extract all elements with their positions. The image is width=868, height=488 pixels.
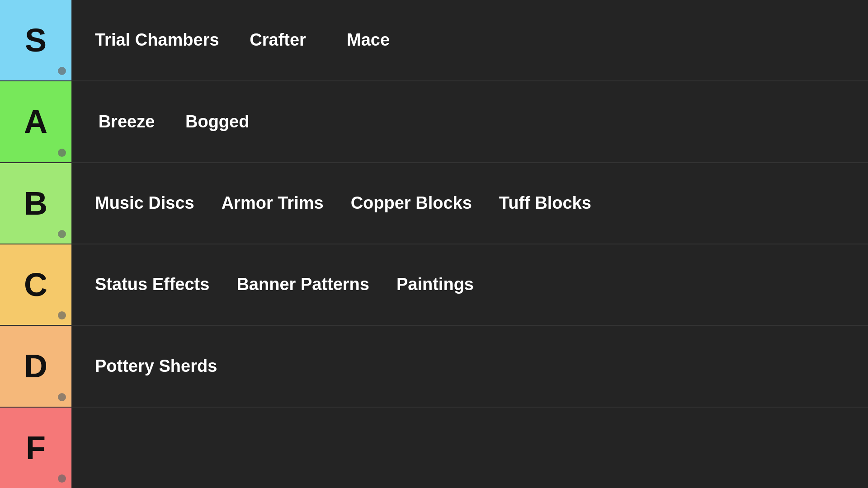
tier-dot <box>58 67 66 75</box>
tier-item[interactable]: Banner Patterns <box>223 270 383 300</box>
tier-letter-a: A <box>24 103 47 140</box>
tier-list: STrial ChambersCrafterMaceABreezeBoggedB… <box>0 0 868 488</box>
tier-content-f <box>72 408 868 488</box>
tier-item[interactable]: Mace <box>323 25 414 55</box>
tier-item[interactable]: Tuff Blocks <box>486 188 605 218</box>
tier-row-d: DPottery Sherds <box>0 326 868 407</box>
tier-letter-d: D <box>24 347 47 385</box>
tier-letter-b: B <box>24 185 47 222</box>
tier-letter-c: C <box>24 266 47 303</box>
tier-item[interactable]: Status Effects <box>81 270 223 300</box>
tier-content-s: Trial ChambersCrafterMace <box>72 0 868 80</box>
tier-row-s: STrial ChambersCrafterMace <box>0 0 868 81</box>
tier-item[interactable]: Pottery Sherds <box>81 352 231 381</box>
tier-dot <box>58 230 66 238</box>
tier-content-c: Status EffectsBanner PatternsPaintings <box>72 244 868 325</box>
tier-item[interactable]: Copper Blocks <box>337 188 486 218</box>
tier-item[interactable]: Paintings <box>383 270 487 300</box>
tier-dot <box>58 149 66 157</box>
tier-content-a: BreezeBogged <box>72 81 868 162</box>
tier-row-c: CStatus EffectsBanner PatternsPaintings <box>0 244 868 326</box>
tier-letter-f: F <box>26 429 46 466</box>
tier-dot <box>58 474 66 483</box>
tier-label-a: A <box>0 81 72 162</box>
tier-row-b: BMusic DiscsArmor TrimsCopper BlocksTuff… <box>0 163 868 244</box>
tier-content-b: Music DiscsArmor TrimsCopper BlocksTuff … <box>72 163 868 244</box>
tier-item[interactable]: Breeze <box>81 107 172 137</box>
tier-label-s: S <box>0 0 72 80</box>
tier-item[interactable]: Music Discs <box>81 188 208 218</box>
tier-row-a: ABreezeBogged <box>0 81 868 163</box>
tier-letter-s: S <box>25 22 47 59</box>
tier-item[interactable]: Bogged <box>172 107 263 137</box>
tier-item[interactable]: Armor Trims <box>208 188 337 218</box>
tier-row-f: F <box>0 408 868 488</box>
tier-label-d: D <box>0 326 72 406</box>
tier-dot <box>58 311 66 319</box>
tier-item[interactable]: Crafter <box>233 25 323 55</box>
tier-label-c: C <box>0 244 72 325</box>
tier-content-d: Pottery Sherds <box>72 326 868 406</box>
tier-dot <box>58 393 66 401</box>
tier-item[interactable]: Trial Chambers <box>81 25 233 55</box>
tier-label-f: F <box>0 408 72 488</box>
tier-label-b: B <box>0 163 72 244</box>
